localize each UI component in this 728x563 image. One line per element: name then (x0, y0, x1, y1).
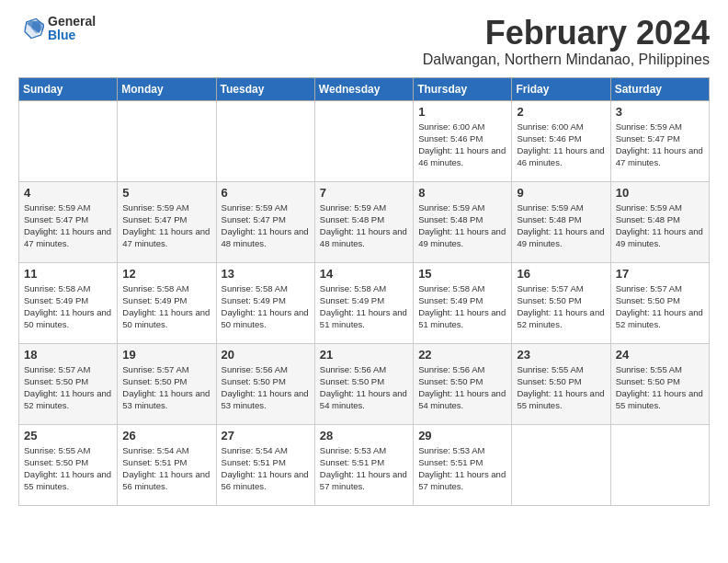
calendar-cell: 18Sunrise: 5:57 AMSunset: 5:50 PMDayligh… (19, 343, 118, 424)
day-number: 6 (222, 186, 310, 200)
day-details: Sunrise: 5:56 AMSunset: 5:50 PMDaylight:… (418, 363, 506, 412)
calendar-cell: 12Sunrise: 5:58 AMSunset: 5:49 PMDayligh… (118, 262, 216, 343)
day-header-thursday: Thursday (414, 77, 512, 100)
calendar-cell: 17Sunrise: 5:57 AMSunset: 5:50 PMDayligh… (610, 262, 709, 343)
day-number: 7 (320, 186, 408, 200)
day-number: 20 (222, 348, 310, 362)
title-area: February 2024 Dalwangan, Northern Mindan… (423, 15, 710, 68)
calendar-week-1: 1Sunrise: 6:00 AMSunset: 5:46 PMDaylight… (19, 100, 710, 181)
header-row: SundayMondayTuesdayWednesdayThursdayFrid… (19, 77, 710, 100)
day-number: 3 (616, 105, 704, 119)
calendar-cell: 29Sunrise: 5:53 AMSunset: 5:51 PMDayligh… (414, 424, 512, 505)
day-number: 17 (616, 267, 704, 281)
calendar-week-3: 11Sunrise: 5:58 AMSunset: 5:49 PMDayligh… (19, 262, 710, 343)
calendar-cell: 16Sunrise: 5:57 AMSunset: 5:50 PMDayligh… (512, 262, 610, 343)
day-number: 16 (517, 267, 605, 281)
day-number: 11 (24, 267, 112, 281)
calendar-cell: 20Sunrise: 5:56 AMSunset: 5:50 PMDayligh… (216, 343, 314, 424)
calendar-title: February 2024 (423, 15, 710, 52)
day-number: 27 (222, 429, 310, 442)
calendar-cell: 15Sunrise: 5:58 AMSunset: 5:49 PMDayligh… (414, 262, 512, 343)
calendar-subtitle: Dalwangan, Northern Mindanao, Philippine… (423, 52, 710, 68)
day-details: Sunrise: 5:59 AMSunset: 5:48 PMDaylight:… (418, 201, 506, 250)
calendar-cell: 24Sunrise: 5:55 AMSunset: 5:50 PMDayligh… (610, 343, 709, 424)
day-header-saturday: Saturday (610, 77, 709, 100)
calendar-cell (610, 424, 709, 505)
day-number: 26 (122, 429, 210, 442)
day-header-tuesday: Tuesday (216, 77, 314, 100)
calendar-cell (314, 100, 413, 181)
calendar-cell: 21Sunrise: 5:56 AMSunset: 5:50 PMDayligh… (314, 343, 413, 424)
calendar-cell: 8Sunrise: 5:59 AMSunset: 5:48 PMDaylight… (414, 181, 512, 262)
day-number: 18 (24, 348, 112, 362)
day-details: Sunrise: 5:58 AMSunset: 5:49 PMDaylight:… (24, 282, 112, 331)
calendar-cell: 4Sunrise: 5:59 AMSunset: 5:47 PMDaylight… (19, 181, 118, 262)
day-details: Sunrise: 5:59 AMSunset: 5:48 PMDaylight:… (517, 201, 605, 250)
calendar-cell: 5Sunrise: 5:59 AMSunset: 5:47 PMDaylight… (118, 181, 216, 262)
day-details: Sunrise: 5:58 AMSunset: 5:49 PMDaylight:… (122, 282, 210, 331)
day-details: Sunrise: 5:57 AMSunset: 5:50 PMDaylight:… (616, 282, 704, 331)
day-header-friday: Friday (512, 77, 610, 100)
calendar-table: SundayMondayTuesdayWednesdayThursdayFrid… (18, 77, 710, 506)
day-details: Sunrise: 5:57 AMSunset: 5:50 PMDaylight:… (24, 363, 112, 412)
day-details: Sunrise: 5:53 AMSunset: 5:51 PMDaylight:… (418, 444, 506, 493)
logo-icon (18, 16, 44, 41)
day-details: Sunrise: 5:57 AMSunset: 5:50 PMDaylight:… (122, 363, 210, 412)
day-details: Sunrise: 5:55 AMSunset: 5:50 PMDaylight:… (517, 363, 605, 412)
calendar-cell: 3Sunrise: 5:59 AMSunset: 5:47 PMDaylight… (610, 100, 709, 181)
calendar-cell (118, 100, 216, 181)
day-details: Sunrise: 5:56 AMSunset: 5:50 PMDaylight:… (320, 363, 408, 412)
calendar-cell: 19Sunrise: 5:57 AMSunset: 5:50 PMDayligh… (118, 343, 216, 424)
day-number: 22 (418, 348, 506, 362)
logo: General Blue (18, 15, 96, 43)
day-number: 13 (222, 267, 310, 281)
day-number: 2 (517, 105, 605, 119)
calendar-cell: 6Sunrise: 5:59 AMSunset: 5:47 PMDaylight… (216, 181, 314, 262)
day-details: Sunrise: 5:57 AMSunset: 5:50 PMDaylight:… (517, 282, 605, 331)
day-number: 5 (122, 186, 210, 200)
day-number: 21 (320, 348, 408, 362)
page-header: General Blue February 2024 Dalwangan, No… (18, 15, 710, 68)
day-number: 23 (517, 348, 605, 362)
calendar-cell: 9Sunrise: 5:59 AMSunset: 5:48 PMDaylight… (512, 181, 610, 262)
day-number: 8 (418, 186, 506, 200)
calendar-cell: 2Sunrise: 6:00 AMSunset: 5:46 PMDaylight… (512, 100, 610, 181)
day-details: Sunrise: 5:58 AMSunset: 5:49 PMDaylight:… (320, 282, 408, 331)
calendar-cell: 1Sunrise: 6:00 AMSunset: 5:46 PMDaylight… (414, 100, 512, 181)
day-header-sunday: Sunday (19, 77, 118, 100)
calendar-week-4: 18Sunrise: 5:57 AMSunset: 5:50 PMDayligh… (19, 343, 710, 424)
day-number: 24 (616, 348, 704, 362)
day-number: 15 (418, 267, 506, 281)
calendar-cell: 7Sunrise: 5:59 AMSunset: 5:48 PMDaylight… (314, 181, 413, 262)
day-number: 10 (616, 186, 704, 200)
calendar-cell: 10Sunrise: 5:59 AMSunset: 5:48 PMDayligh… (610, 181, 709, 262)
day-details: Sunrise: 5:59 AMSunset: 5:47 PMDaylight:… (122, 201, 210, 250)
day-details: Sunrise: 6:00 AMSunset: 5:46 PMDaylight:… (418, 121, 506, 169)
day-details: Sunrise: 5:59 AMSunset: 5:47 PMDaylight:… (222, 201, 310, 250)
day-details: Sunrise: 6:00 AMSunset: 5:46 PMDaylight:… (517, 121, 605, 169)
day-details: Sunrise: 5:55 AMSunset: 5:50 PMDaylight:… (616, 363, 704, 412)
calendar-cell (216, 100, 314, 181)
calendar-cell (512, 424, 610, 505)
day-header-monday: Monday (118, 77, 216, 100)
day-number: 28 (320, 429, 408, 442)
logo-text: General Blue (48, 15, 96, 43)
day-number: 19 (122, 348, 210, 362)
calendar-cell: 23Sunrise: 5:55 AMSunset: 5:50 PMDayligh… (512, 343, 610, 424)
day-details: Sunrise: 5:56 AMSunset: 5:50 PMDaylight:… (222, 363, 310, 412)
calendar-cell (19, 100, 118, 181)
day-number: 14 (320, 267, 408, 281)
calendar-cell: 25Sunrise: 5:55 AMSunset: 5:50 PMDayligh… (19, 424, 118, 505)
day-number: 4 (24, 186, 112, 200)
day-number: 1 (418, 105, 506, 119)
day-number: 29 (418, 429, 506, 442)
day-details: Sunrise: 5:59 AMSunset: 5:48 PMDaylight:… (616, 201, 704, 250)
day-details: Sunrise: 5:58 AMSunset: 5:49 PMDaylight:… (222, 282, 310, 331)
day-details: Sunrise: 5:54 AMSunset: 5:51 PMDaylight:… (122, 444, 210, 493)
day-number: 25 (24, 429, 112, 442)
day-number: 12 (122, 267, 210, 281)
calendar-week-2: 4Sunrise: 5:59 AMSunset: 5:47 PMDaylight… (19, 181, 710, 262)
day-number: 9 (517, 186, 605, 200)
day-details: Sunrise: 5:55 AMSunset: 5:50 PMDaylight:… (24, 444, 112, 493)
calendar-cell: 27Sunrise: 5:54 AMSunset: 5:51 PMDayligh… (216, 424, 314, 505)
